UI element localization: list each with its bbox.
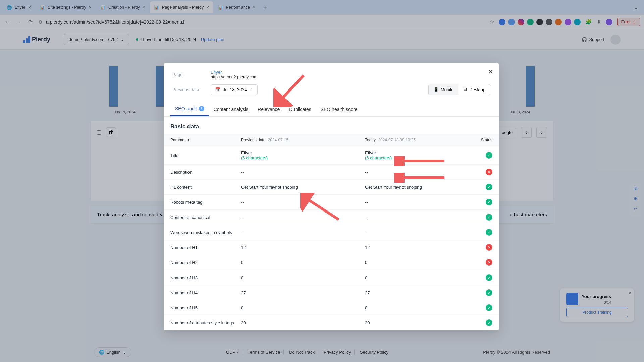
cell-prev: --: [241, 215, 365, 220]
table-row: Number of H11212✕: [164, 240, 499, 255]
cell-param: Number of H1: [170, 245, 241, 250]
tab-duplicates[interactable]: Duplicates: [284, 102, 316, 116]
alert-badge-icon: !: [199, 106, 204, 111]
desktop-label: Desktop: [469, 87, 485, 92]
cell-param: Number of attributes style in tags: [170, 320, 241, 325]
cell-param: Title: [170, 153, 241, 158]
tab-relevance[interactable]: Relevance: [253, 102, 284, 116]
cell-today: --: [365, 200, 476, 205]
page-name-link[interactable]: Eflyer: [211, 70, 257, 75]
cell-today: 12: [365, 245, 476, 250]
seo-analysis-modal: ✕ Page: Eflyer https://demo2.plerdy.com …: [164, 63, 499, 330]
cell-today: 30: [365, 320, 476, 325]
cell-prev: 0: [241, 275, 365, 280]
cell-prev: --: [241, 170, 365, 175]
chevron-down-icon: ⌄: [250, 87, 253, 92]
mobile-icon: 📱: [433, 87, 439, 92]
date-value: Jul 18, 2024: [223, 87, 247, 92]
status-ok-icon: ✓: [486, 319, 492, 326]
page-label: Page:: [172, 72, 211, 77]
cell-today: --: [365, 215, 476, 220]
status-ok-icon: ✓: [486, 199, 492, 205]
close-icon[interactable]: ✕: [488, 68, 494, 76]
cell-prev: 12: [241, 245, 365, 250]
tab-seo-health[interactable]: SEO health score: [316, 102, 362, 116]
cell-param: Number of H2: [170, 260, 241, 265]
cell-prev: 0: [241, 305, 365, 310]
status-error-icon: ✕: [486, 259, 492, 266]
cell-param: Robots meta tag: [170, 200, 241, 205]
cell-today: 0: [365, 305, 476, 310]
table-row: Number of H200✕: [164, 255, 499, 270]
cell-prev: Get Start Your favriot shoping: [241, 185, 365, 190]
page-url: https://demo2.plerdy.com: [211, 75, 257, 79]
table-row: Number of H300✓: [164, 270, 499, 285]
tab-content-analysis[interactable]: Content analysis: [209, 102, 253, 116]
cell-today: 27: [365, 290, 476, 295]
cell-param: Number of H5: [170, 305, 241, 310]
today-date: 2024-07-18 08:10:25: [378, 138, 415, 142]
status-ok-icon: ✓: [486, 289, 492, 296]
col-parameter: Parameter: [170, 138, 241, 142]
date-picker[interactable]: 📅 Jul 18, 2024 ⌄: [211, 84, 258, 95]
status-ok-icon: ✓: [486, 274, 492, 281]
table-header: Parameter Previous data 2024-07-15 Today…: [164, 134, 499, 146]
cell-param: Number of H3: [170, 275, 241, 280]
cell-today: --: [365, 170, 476, 175]
prev-data-label: Previous data:: [172, 87, 211, 92]
cell-param: Words with mistakes in symbols: [170, 230, 241, 235]
table-row: Content of canonical----✓: [164, 210, 499, 225]
cell-today: 0: [365, 275, 476, 280]
desktop-icon: 🖥: [463, 87, 467, 92]
col-today: Today: [365, 138, 376, 142]
cell-param: Content of canonical: [170, 215, 241, 220]
cell-today: 0: [365, 260, 476, 265]
col-status: Status: [481, 138, 492, 142]
cell-prev: --: [241, 230, 365, 235]
table-row: Description----✕: [164, 165, 499, 180]
cell-today: Get Start Your favriot shoping: [365, 185, 476, 190]
calendar-icon: 📅: [215, 87, 220, 92]
status-error-icon: ✕: [486, 169, 492, 175]
status-ok-icon: ✓: [486, 214, 492, 221]
col-previous: Previous data: [241, 138, 265, 142]
table-row: Number of H500✓: [164, 300, 499, 315]
status-ok-icon: ✓: [486, 152, 492, 159]
table-row: Words with mistakes in symbols----✓: [164, 225, 499, 240]
status-error-icon: ✕: [486, 244, 492, 251]
tab-seo-audit[interactable]: SEO-audit !: [170, 102, 209, 116]
mobile-label: Mobile: [441, 87, 453, 92]
cell-today: --: [365, 230, 476, 235]
device-toggle: 📱 Mobile 🖥 Desktop: [428, 84, 490, 95]
cell-today: Eflyer(6 characters): [365, 150, 476, 160]
section-title: Basic data: [164, 117, 499, 134]
table-row: H1 contentGet Start Your favriot shoping…: [164, 180, 499, 195]
cell-prev: 0: [241, 260, 365, 265]
cell-prev: Eflyer(6 characters): [241, 150, 365, 160]
status-ok-icon: ✓: [486, 304, 492, 311]
status-ok-icon: ✓: [486, 229, 492, 236]
cell-prev: 30: [241, 320, 365, 325]
table-row: Number of attributes style in tags3030✓: [164, 315, 499, 330]
table-row: Robots meta tag----✓: [164, 195, 499, 210]
status-ok-icon: ✓: [486, 184, 492, 190]
cell-prev: 27: [241, 290, 365, 295]
table-row: TitleEflyer(6 characters)Eflyer(6 charac…: [164, 146, 499, 165]
cell-param: Description: [170, 170, 241, 175]
cell-param: Number of H4: [170, 290, 241, 295]
cell-param: H1 content: [170, 185, 241, 190]
cell-prev: --: [241, 200, 365, 205]
modal-tabs: SEO-audit ! Content analysis Relevance D…: [164, 102, 499, 117]
mobile-toggle[interactable]: 📱 Mobile: [429, 84, 458, 95]
desktop-toggle[interactable]: 🖥 Desktop: [458, 84, 490, 95]
table-row: Number of H42727✓: [164, 285, 499, 300]
table-body: TitleEflyer(6 characters)Eflyer(6 charac…: [164, 146, 499, 330]
prev-date: 2024-07-15: [268, 138, 288, 142]
